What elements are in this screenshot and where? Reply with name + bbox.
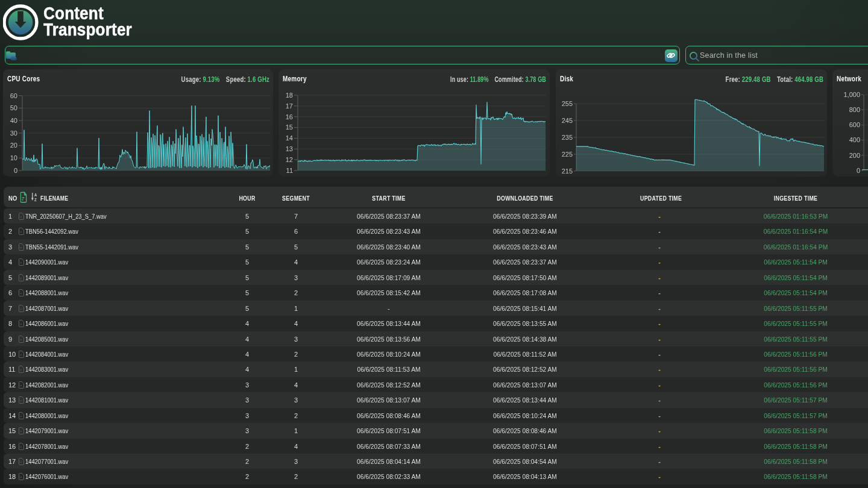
svg-text:800: 800 [849, 106, 860, 113]
svg-text:20: 20 [10, 142, 17, 149]
svg-text:235: 235 [562, 134, 573, 141]
svg-text:17: 17 [286, 102, 293, 110]
svg-text:255: 255 [562, 100, 573, 107]
svg-text:10: 10 [10, 154, 17, 161]
svg-text:50: 50 [10, 104, 17, 111]
svg-text:16: 16 [286, 113, 293, 120]
svg-text:0: 0 [14, 167, 17, 174]
svg-text:40: 40 [10, 117, 17, 124]
svg-text:A: A [34, 192, 37, 197]
svg-text:60: 60 [10, 92, 17, 99]
svg-text:Z: Z [34, 198, 37, 202]
svg-text:200: 200 [849, 152, 860, 159]
svg-text:14: 14 [286, 134, 293, 142]
svg-text:12: 12 [286, 156, 293, 163]
svg-text:13: 13 [286, 145, 293, 152]
svg-text:225: 225 [562, 151, 573, 158]
svg-text:1,000: 1,000 [843, 91, 860, 98]
svg-text:11: 11 [286, 167, 293, 174]
svg-text:245: 245 [562, 117, 573, 124]
svg-text:30: 30 [10, 130, 17, 137]
svg-text:15: 15 [286, 124, 293, 131]
svg-text:0: 0 [857, 167, 860, 174]
svg-text:600: 600 [849, 121, 860, 128]
svg-text:18: 18 [286, 92, 293, 99]
svg-text:400: 400 [849, 136, 860, 143]
svg-text:215: 215 [562, 167, 573, 175]
